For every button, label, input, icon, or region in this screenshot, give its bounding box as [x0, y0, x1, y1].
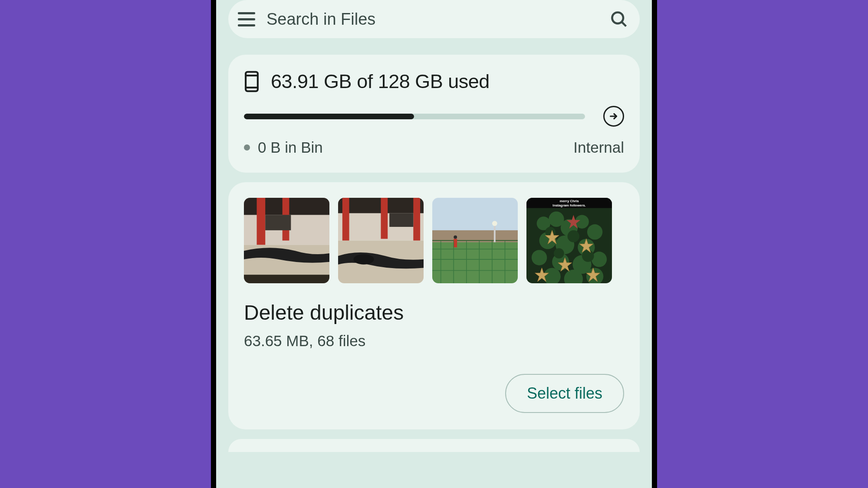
storage-location-text: Internal	[573, 139, 624, 156]
app-screen: Search in Files 63.91 GB of 128 GB used	[216, 0, 652, 488]
svg-point-56	[568, 230, 580, 242]
overlay-text-2: Instagram followers.	[552, 203, 586, 207]
storage-details-button[interactable]	[603, 106, 624, 127]
svg-point-58	[582, 250, 594, 262]
device-frame: Search in Files 63.91 GB of 128 GB used	[211, 0, 657, 488]
menu-icon[interactable]	[238, 10, 257, 29]
search-placeholder: Search in Files	[266, 10, 600, 29]
phone-icon	[244, 71, 260, 92]
search-icon[interactable]	[609, 10, 628, 29]
svg-rect-25	[494, 225, 496, 242]
svg-rect-27	[454, 239, 457, 248]
svg-point-20	[353, 254, 374, 265]
svg-rect-19	[389, 213, 413, 227]
storage-usage-text: 63.91 GB of 128 GB used	[271, 70, 490, 93]
svg-rect-17	[381, 198, 388, 239]
svg-line-1	[622, 22, 626, 26]
svg-rect-18	[413, 198, 420, 241]
svg-point-44	[587, 224, 602, 239]
duplicates-title: Delete duplicates	[244, 301, 624, 324]
search-bar[interactable]: Search in Files	[228, 0, 640, 38]
next-card-peek	[228, 439, 640, 452]
svg-point-57	[554, 248, 564, 259]
svg-rect-9	[257, 198, 266, 245]
storage-progress-bar	[244, 114, 585, 119]
storage-progress-fill	[244, 114, 414, 119]
svg-point-28	[454, 236, 457, 239]
dot-icon	[244, 144, 250, 151]
thumbnail-1[interactable]	[244, 198, 329, 283]
thumbnail-row: merry Chris Instagram followers.	[244, 198, 624, 283]
thumbnail-3[interactable]	[432, 198, 518, 283]
svg-rect-11	[265, 215, 291, 230]
action-row: Select files	[244, 374, 624, 413]
svg-point-51	[592, 252, 607, 267]
select-files-button[interactable]: Select files	[505, 374, 624, 413]
progress-row	[244, 106, 624, 127]
bin-info: 0 B in Bin	[244, 139, 323, 156]
bin-size-text: 0 B in Bin	[258, 139, 323, 156]
svg-rect-12	[244, 275, 329, 283]
storage-card: 63.91 GB of 128 GB used 0 B in Bin	[228, 55, 640, 173]
storage-footer: 0 B in Bin Internal	[244, 139, 624, 156]
svg-point-48	[532, 250, 547, 265]
duplicates-subtitle: 63.65 MB, 68 files	[244, 332, 624, 350]
svg-point-0	[612, 12, 623, 23]
svg-point-26	[492, 221, 497, 226]
svg-rect-16	[342, 198, 349, 241]
thumbnail-2[interactable]	[338, 198, 424, 283]
storage-header: 63.91 GB of 128 GB used	[244, 70, 624, 93]
duplicates-card: merry Chris Instagram followers.	[228, 182, 640, 429]
overlay-text-1: merry Chris	[559, 199, 579, 203]
thumbnail-4[interactable]: merry Chris Instagram followers.	[526, 198, 612, 283]
